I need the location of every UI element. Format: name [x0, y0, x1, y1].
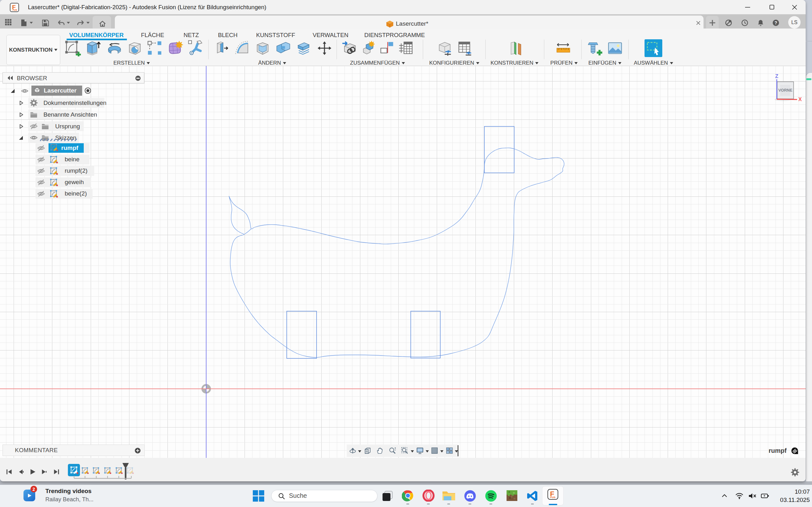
svg-text:Z: Z — [775, 73, 778, 79]
svg-text:X: X — [798, 97, 802, 102]
svg-text:VORNE: VORNE — [778, 88, 792, 93]
